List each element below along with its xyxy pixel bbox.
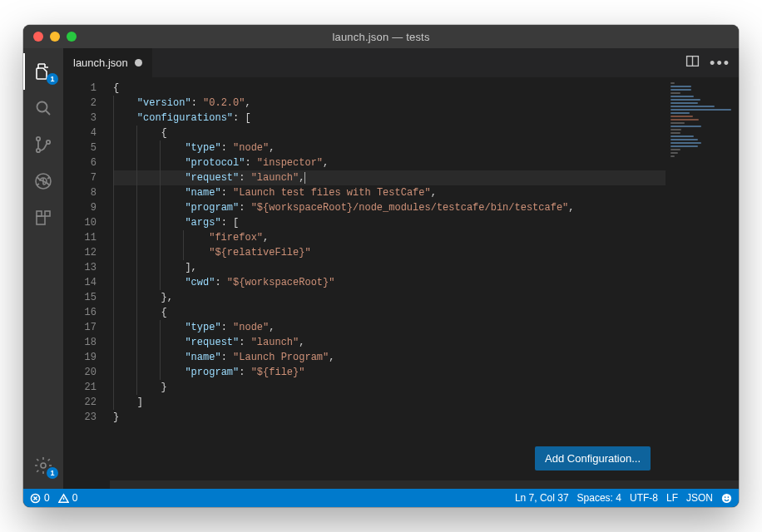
line-number: 19	[63, 350, 96, 365]
debug-icon[interactable]	[23, 163, 63, 200]
line-number: 21	[63, 380, 96, 395]
line-number: 14	[63, 275, 96, 290]
minimap[interactable]	[666, 77, 739, 489]
source-control-icon[interactable]	[23, 126, 63, 163]
warning-icon	[58, 493, 69, 504]
line-number: 16	[63, 305, 96, 320]
svg-point-4	[47, 140, 50, 144]
code-line[interactable]: "args": [	[113, 215, 666, 230]
more-actions-icon[interactable]: •••	[710, 56, 730, 71]
dirty-indicator-icon	[135, 59, 142, 66]
zoom-window-button[interactable]	[67, 32, 77, 42]
add-configuration-button[interactable]: Add Configuration...	[535, 446, 651, 470]
svg-point-24	[728, 496, 730, 498]
line-number: 15	[63, 290, 96, 305]
code-line[interactable]: "firefox",	[113, 230, 666, 245]
code-area[interactable]: { "version": "0.2.0", "configurations": …	[110, 77, 666, 489]
code-line[interactable]: "name": "Launch Program",	[113, 350, 666, 365]
traffic-lights	[33, 32, 77, 42]
code-line[interactable]: "protocol": "inspector",	[113, 155, 666, 170]
split-editor-icon[interactable]	[685, 54, 700, 71]
horizontal-scrollbar[interactable]	[110, 480, 739, 489]
explorer-badge: 1	[47, 73, 58, 85]
status-feedback-icon[interactable]	[721, 493, 732, 504]
line-number: 5	[63, 140, 96, 155]
line-number: 3	[63, 111, 96, 126]
explorer-icon[interactable]: 1	[23, 53, 63, 90]
line-number: 8	[63, 185, 96, 200]
code-line[interactable]: "name": "Launch test files with TestCafe…	[113, 185, 666, 200]
text-cursor	[304, 172, 305, 184]
status-bar: 0 0 Ln 7, Col 37 Spaces: 4 UTF-8 LF JSON	[23, 489, 739, 507]
search-icon[interactable]	[23, 90, 63, 126]
svg-point-3	[37, 149, 40, 152]
status-encoding[interactable]: UTF-8	[630, 492, 658, 504]
code-line[interactable]: },	[113, 290, 666, 305]
code-line[interactable]: }	[113, 380, 666, 395]
status-warnings[interactable]: 0	[58, 492, 78, 504]
svg-point-23	[725, 496, 726, 498]
code-line[interactable]: {	[113, 81, 666, 96]
close-window-button[interactable]	[33, 32, 43, 42]
line-number: 6	[63, 155, 96, 170]
status-language-mode[interactable]: JSON	[686, 492, 713, 504]
status-eol[interactable]: LF	[666, 492, 678, 504]
tab-launch-json[interactable]: launch.json	[63, 48, 153, 77]
svg-point-2	[37, 137, 40, 140]
line-number: 7	[63, 170, 96, 185]
warning-count: 0	[72, 492, 78, 504]
line-number: 13	[63, 260, 96, 275]
code-line[interactable]: "request": "launch",	[113, 170, 666, 185]
code-line[interactable]: "request": "launch",	[113, 335, 666, 350]
settings-gear-icon[interactable]: 1	[23, 447, 63, 484]
svg-point-0	[37, 102, 47, 112]
code-line[interactable]: {	[113, 305, 666, 320]
line-number: 4	[63, 126, 96, 140]
line-number-gutter: 1234567891011121314151617181920212223	[63, 77, 110, 489]
line-number: 20	[63, 365, 96, 380]
window-title: launch.json — tests	[23, 31, 739, 43]
line-number: 17	[63, 320, 96, 335]
code-line[interactable]: "program": "${file}"	[113, 365, 666, 380]
error-count: 0	[44, 492, 50, 504]
code-line[interactable]: "version": "0.2.0",	[113, 96, 666, 111]
settings-badge: 1	[47, 467, 58, 479]
svg-rect-11	[37, 216, 45, 224]
code-line[interactable]: "configurations": [	[113, 111, 666, 126]
activity-bar: 1 1	[23, 48, 63, 489]
code-line[interactable]: {	[113, 126, 666, 140]
status-cursor-position[interactable]: Ln 7, Col 37	[515, 492, 569, 504]
svg-point-14	[41, 463, 46, 468]
minimize-window-button[interactable]	[50, 32, 60, 42]
code-line[interactable]: "program": "${workspaceRoot}/node_module…	[113, 200, 666, 215]
titlebar: launch.json — tests	[23, 25, 739, 48]
line-number: 2	[63, 96, 96, 111]
editor-tabs: launch.json •••	[63, 48, 739, 77]
smiley-icon	[721, 493, 732, 504]
code-line[interactable]: "type": "node",	[113, 320, 666, 335]
svg-rect-12	[37, 211, 42, 216]
line-number: 23	[63, 410, 96, 425]
line-number: 10	[63, 215, 96, 230]
status-indentation[interactable]: Spaces: 4	[577, 492, 621, 504]
svg-line-1	[46, 111, 50, 115]
tab-label: launch.json	[73, 57, 128, 69]
status-errors[interactable]: 0	[30, 492, 50, 504]
extensions-icon[interactable]	[23, 200, 63, 236]
line-number: 1	[63, 81, 96, 96]
line-number: 12	[63, 245, 96, 260]
line-number: 11	[63, 230, 96, 245]
code-line[interactable]: "cwd": "${workspaceRoot}"	[113, 275, 666, 290]
error-icon	[30, 493, 41, 504]
code-line[interactable]: ]	[113, 395, 666, 410]
line-number: 22	[63, 395, 96, 410]
svg-point-22	[722, 493, 731, 502]
text-editor[interactable]: 1234567891011121314151617181920212223 { …	[63, 77, 739, 489]
svg-rect-13	[45, 211, 50, 216]
code-line[interactable]: "${relativeFile}"	[113, 245, 666, 260]
editor-group: launch.json ••• 123456789101112131415161…	[63, 48, 739, 489]
code-line[interactable]: }	[113, 410, 666, 425]
line-number: 9	[63, 200, 96, 215]
code-line[interactable]: "type": "node",	[113, 140, 666, 155]
code-line[interactable]: ],	[113, 260, 666, 275]
